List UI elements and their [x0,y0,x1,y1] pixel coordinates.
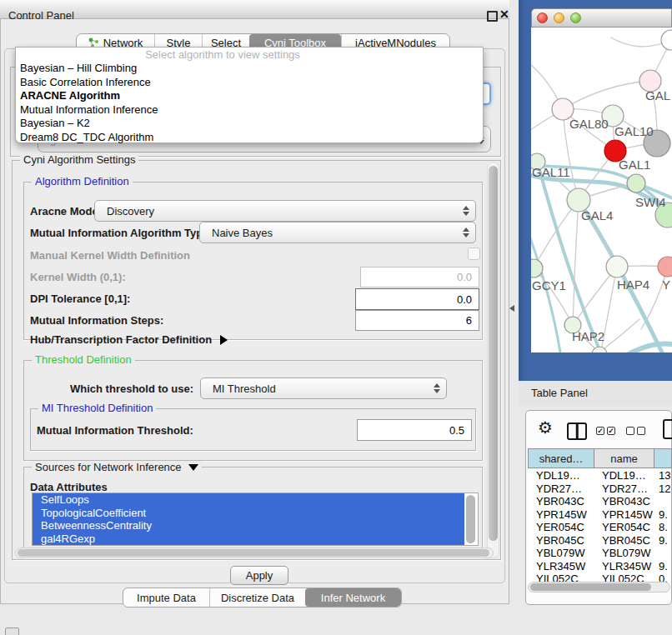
network-node[interactable] [627,174,645,192]
aracne-mode-combo[interactable]: Discovery [94,200,476,222]
scrollbar-thumb[interactable] [18,549,489,557]
table-cell: YDL19… [536,469,596,482]
mi-threshold-label: Mutual Information Threshold: [37,424,193,437]
table-cell: 8. [659,521,671,534]
manual-kernel-checkbox[interactable] [468,248,480,260]
manual-kernel-label: Manual Kernel Width Definition [30,249,190,262]
table-cell: YDR27… [602,482,655,496]
expand-right-icon [220,335,228,345]
table-cell: YPR145W [536,508,596,522]
table-mode-icon[interactable] [663,419,672,439]
network-edge [563,81,650,109]
table-row[interactable]: YDL19…YDL19…13 [528,469,671,482]
node-label: HAP2 [572,329,604,343]
node-label: GAL80 [569,117,609,131]
network-canvas[interactable]: GALGAL80GAL10GAL1GAL11SWI4GAL4GCY1HAP4YH… [531,28,672,352]
dpi-tolerance-field[interactable] [355,288,479,310]
network-edge [573,200,579,325]
mi-threshold-field[interactable] [357,419,472,441]
table-cell: 9. [659,560,671,573]
scrollbar-thumb[interactable] [489,166,498,541]
settings-horizontal-scrollbar[interactable] [15,548,494,558]
sources-title: Sources for Network Inference [35,461,182,473]
gear-icon[interactable]: ⚙ [538,418,553,438]
mi-threshold-frame-title: MI Threshold Definition [38,402,156,413]
table-cell: YBR045C [602,534,655,548]
node-label: SWI4 [635,195,666,209]
control-panel-titlebar [0,0,509,19]
data-attributes-label: Data Attributes [30,481,108,493]
algorithm-item[interactable]: Mutual Information Inference [16,103,483,118]
table-row[interactable]: YPR145WYPR145W9. [528,508,671,522]
algorithm-item[interactable]: Bayesian – Hill Climbing [16,62,483,76]
table-row[interactable]: YLR345WYLR345W9. [528,560,671,573]
network-node[interactable] [658,257,672,277]
select-all-icon[interactable] [596,427,615,435]
node-label: GAL11 [532,165,570,179]
network-edge [601,319,639,351]
table-cell: 9. [659,508,671,522]
table-row[interactable]: YBL079WYBL079W [528,547,671,560]
control-panel-title: Control Panel [8,9,74,22]
tab-impute-data[interactable]: Impute Data [123,588,209,607]
scrollbar-thumb[interactable] [530,583,651,591]
tab-discretize-data[interactable]: Discretize Data [209,588,305,607]
unchecked-box-icon [626,427,634,435]
column-header-clipped[interactable] [654,448,672,468]
kernel-width-field[interactable] [360,267,479,288]
table-row[interactable]: YBR045CYBR045C9. [528,534,671,548]
combo-stepper-icon [463,228,469,238]
network-node[interactable] [661,30,672,50]
close-icon[interactable]: ✕ [499,8,509,21]
list-scrollbar-thumb[interactable] [466,495,475,543]
list-item[interactable]: SelfLoops [33,493,464,507]
sources-expander[interactable]: Sources for Network Inference [32,461,202,473]
list-item[interactable]: TopologicalCoefficient [33,507,464,520]
bottom-tab-bar: Impute Data Discretize Data Infer Networ… [123,588,402,608]
list-item[interactable]: gal4RGexp [33,532,464,546]
aracne-mode-label: Aracne Mode: [30,205,102,218]
columns-icon[interactable] [567,422,587,440]
zoom-traffic-light-icon[interactable] [570,12,581,23]
mi-type-label: Mutual Information Algorithm Type: [30,227,213,239]
algorithm-dropdown-popup: Select algorithm to view settings Bayesi… [15,47,484,143]
panel-resize-handle-icon[interactable] [509,305,514,312]
deselect-all-icon[interactable] [626,427,645,435]
mi-type-combo[interactable]: Naive Bayes [199,222,476,243]
algorithm-item-selected[interactable]: ARACNE Algorithm [16,89,483,103]
table-row[interactable]: YDR27…YDR27…12 [528,482,671,496]
table-horizontal-scrollbar[interactable] [528,582,670,592]
node-label: GAL4 [581,208,613,222]
apply-button[interactable]: Apply [230,566,288,585]
column-header-name[interactable]: name [594,448,654,468]
tab-infer-network[interactable]: Infer Network [305,588,401,607]
which-threshold-combo[interactable]: MI Threshold [200,378,447,399]
node-label: GAL1 [619,158,650,172]
node-label: GAL10 [614,124,654,138]
settings-vertical-scrollbar[interactable] [487,162,499,558]
table-cell: YBR043C [602,495,655,508]
mi-steps-field[interactable] [355,310,479,331]
algorithm-item[interactable]: Basic Correlation Inference [16,76,483,90]
hub-definition-expander[interactable]: Hub/Transcription Factor Definition [30,333,228,346]
table-cell: YBR043C [536,495,596,508]
minimize-traffic-light-icon[interactable] [554,12,564,23]
list-item[interactable]: BetweennessCentrality [33,519,464,532]
close-traffic-light-icon[interactable] [537,12,548,23]
table-cell: YER054C [602,521,655,534]
algorithm-item[interactable]: Bayesian – K2 [16,117,483,131]
column-header-shared-name[interactable]: shared… [528,448,594,468]
network-window-titlebar[interactable] [531,8,672,28]
table-row[interactable]: YBR043CYBR043C [528,495,671,508]
aracne-mode-value: Discovery [107,205,154,218]
mi-steps-label: Mutual Information Steps: [30,314,163,327]
collapsed-panel-icon[interactable] [5,628,19,635]
float-window-icon[interactable] [487,11,498,22]
collapse-down-icon [188,464,198,471]
network-node[interactable] [606,256,628,278]
table-header-row: shared… name [528,448,672,468]
algorithm-item[interactable]: Dream8 DC_TDC Algorithm [16,131,483,145]
table-panel-title: Table Panel [531,387,588,399]
node-label: HAP4 [617,278,649,292]
table-row[interactable]: YER054CYER054C8. [528,521,671,534]
